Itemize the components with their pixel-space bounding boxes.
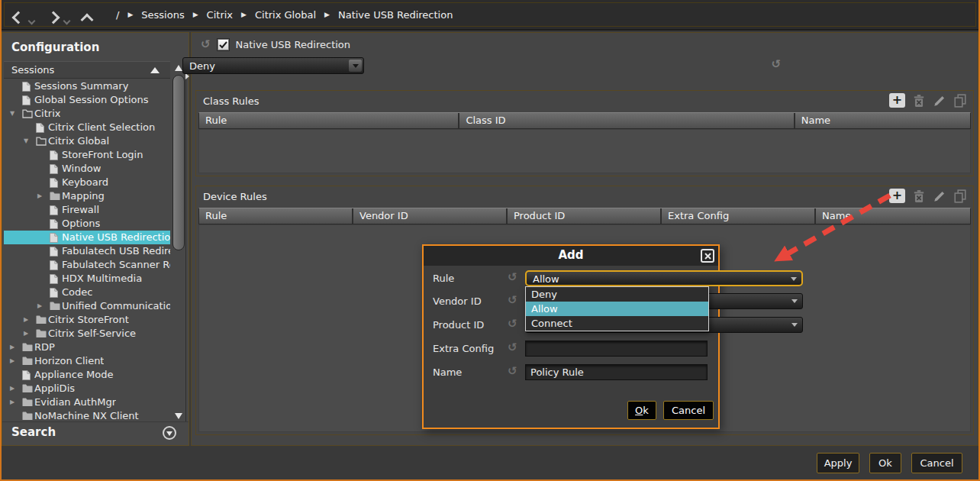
splitter-collapse-right-icon[interactable] — [185, 73, 189, 79]
revert-icon[interactable]: ↺ — [508, 318, 517, 330]
dialog-ok-button[interactable]: Ok — [627, 401, 656, 420]
revert-icon[interactable]: ↺ — [201, 39, 211, 50]
forward-button[interactable] — [49, 11, 58, 25]
breadcrumb-arrow-icon: ▶ — [241, 11, 247, 18]
breadcrumb-item[interactable]: Citrix — [207, 9, 233, 21]
revert-icon[interactable]: ↺ — [508, 295, 517, 306]
device-rules-toolbar: + — [889, 189, 967, 203]
apply-button[interactable]: Apply — [817, 453, 859, 473]
tree-item[interactable]: StoreFront Login — [4, 148, 170, 162]
add-dialog: Add Rule ↺ Allow Vendor ID ↺ Product ID … — [422, 244, 720, 429]
tree-item[interactable]: HDX Multimedia — [4, 272, 170, 286]
expander-closed-icon[interactable]: ▶ — [10, 382, 22, 395]
tree-item-label: Evidian AuthMgr — [34, 395, 116, 409]
up-button[interactable] — [82, 13, 92, 27]
sidebar-scrollbar[interactable] — [172, 63, 186, 421]
tree-item[interactable]: ▶Horizon Client — [4, 354, 170, 368]
tree-item-label: Keyboard — [62, 176, 108, 189]
device-rules-header: RuleVendor IDProduct IDExtra ConfigName — [198, 208, 971, 224]
tree-item-label: Firewall — [62, 203, 99, 217]
expander-closed-icon[interactable]: ▶ — [24, 327, 36, 341]
expander-closed-icon[interactable]: ▶ — [10, 395, 22, 409]
expander-closed-icon[interactable]: ▶ — [24, 313, 36, 327]
expander-open-icon[interactable]: ▼ — [10, 107, 22, 121]
copy-button[interactable] — [953, 94, 967, 108]
expander-closed-icon[interactable]: ▶ — [37, 299, 50, 313]
tree-item[interactable]: ▶Evidian AuthMgr — [4, 395, 170, 409]
file-icon — [50, 274, 62, 284]
breadcrumb-item[interactable]: Native USB Redirection — [338, 9, 453, 21]
tree-item[interactable]: ▼Citrix — [4, 107, 170, 121]
add-button[interactable]: + — [889, 93, 905, 108]
dropdown-option[interactable]: Connect — [526, 316, 708, 331]
tree-item[interactable]: Window — [4, 162, 170, 176]
tree-item[interactable]: ▶Mapping — [4, 189, 170, 203]
tree-item[interactable]: Firewall — [4, 203, 170, 217]
tree-item[interactable]: ▶RDP — [4, 341, 170, 354]
tree-item[interactable]: Keyboard — [4, 176, 170, 189]
native-usb-checkbox[interactable] — [218, 39, 229, 50]
dialog-cancel-button[interactable]: Cancel — [663, 401, 714, 420]
folder-closed-icon — [36, 329, 48, 338]
breadcrumb-item[interactable]: Citrix Global — [255, 9, 316, 21]
tree-item[interactable]: ▶Unified Communications — [4, 299, 170, 313]
copy-button[interactable] — [953, 189, 967, 203]
tree-item[interactable]: Appliance Mode — [4, 368, 170, 382]
tree-item[interactable]: Sessions Summary — [4, 79, 170, 93]
revert-icon[interactable]: ↺ — [508, 272, 517, 283]
revert-icon[interactable]: ↺ — [508, 342, 517, 353]
scrollbar-thumb[interactable] — [172, 75, 185, 250]
breadcrumb-arrow-icon: ▶ — [193, 11, 198, 18]
tree-item-label: RDP — [34, 341, 55, 354]
default-rule-combobox[interactable]: Deny — [182, 57, 364, 74]
revert-icon[interactable]: ↺ — [508, 366, 517, 377]
name-input[interactable] — [525, 364, 708, 380]
cancel-button[interactable]: Cancel — [911, 453, 962, 473]
dropdown-option[interactable]: Deny — [526, 287, 708, 302]
delete-button[interactable] — [912, 189, 926, 203]
back-history-button[interactable] — [29, 12, 34, 27]
chevron-down-icon — [349, 60, 362, 72]
back-button[interactable] — [14, 11, 23, 25]
sessions-section-header[interactable]: Sessions — [4, 61, 170, 79]
tree-item[interactable]: Fabulatech Scanner Re — [4, 258, 170, 272]
breadcrumb-item[interactable]: Sessions — [141, 9, 184, 21]
expander-closed-icon[interactable]: ▶ — [37, 189, 50, 203]
file-icon — [50, 260, 62, 270]
tree-item[interactable]: Native USB Redirection — [4, 231, 170, 244]
ok-button[interactable]: Ok — [869, 453, 901, 473]
dialog-row-extra-config: Extra Config ↺ — [431, 341, 709, 357]
tree-item[interactable]: ▶Citrix Self-Service — [4, 327, 170, 341]
breadcrumb-root[interactable]: / — [116, 9, 119, 21]
forward-icon — [47, 11, 60, 24]
tree-item[interactable]: ▼Citrix Global — [4, 134, 170, 148]
dialog-close-button[interactable] — [701, 249, 714, 263]
add-button[interactable]: + — [889, 189, 905, 203]
forward-history-button[interactable] — [64, 12, 69, 27]
search-expand-button[interactable] — [163, 426, 176, 440]
tree-item-label: Unified Communications — [62, 299, 170, 313]
expander-closed-icon[interactable]: ▶ — [10, 354, 22, 368]
scroll-down-icon[interactable] — [175, 413, 182, 419]
chevron-down-icon — [791, 277, 797, 281]
expander-closed-icon[interactable]: ▶ — [10, 341, 22, 354]
tree-item[interactable]: ▶Citrix StoreFront — [4, 313, 170, 327]
revert-icon[interactable]: ↺ — [771, 59, 781, 70]
tree-item-label: Citrix Self-Service — [48, 327, 136, 341]
tree-item[interactable]: Codec — [4, 286, 170, 299]
dropdown-option[interactable]: Allow — [526, 302, 708, 316]
tree-item[interactable]: Options — [4, 217, 170, 231]
field-label: Product ID — [433, 319, 484, 331]
expander-open-icon[interactable]: ▼ — [24, 134, 36, 148]
search-section-header[interactable]: Search — [2, 421, 189, 445]
tree-item[interactable]: Citrix Client Selection — [4, 121, 170, 134]
scroll-up-icon[interactable] — [175, 65, 182, 71]
edit-button[interactable] — [933, 189, 946, 203]
tree-item[interactable]: Fabulatech USB Redirec — [4, 244, 170, 258]
rule-combobox[interactable]: Allow — [525, 270, 803, 286]
extra-config-input[interactable] — [525, 341, 708, 357]
edit-button[interactable] — [933, 94, 946, 108]
tree-item[interactable]: Global Session Options — [4, 93, 170, 107]
delete-button[interactable] — [912, 94, 926, 108]
tree-item[interactable]: ▶AppliDis — [4, 382, 170, 395]
